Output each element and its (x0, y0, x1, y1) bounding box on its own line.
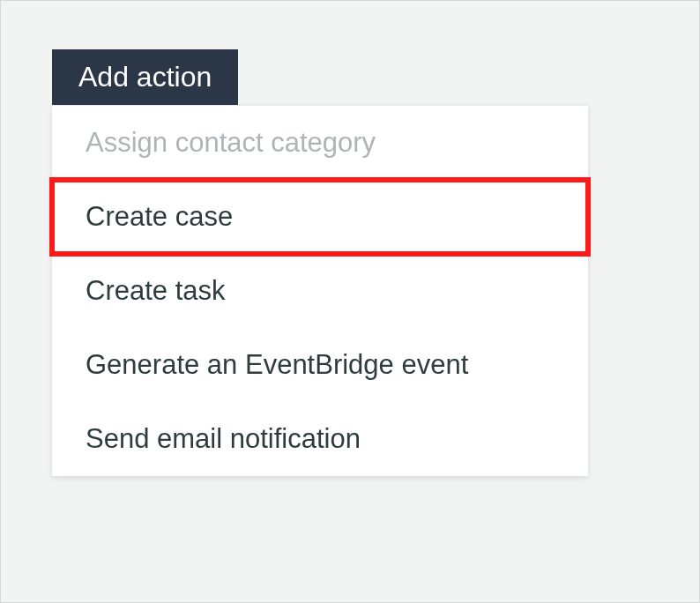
dropdown-item-create-case[interactable]: Create case (52, 180, 588, 254)
dropdown-item-generate-eventbridge-event[interactable]: Generate an EventBridge event (52, 328, 588, 402)
dropdown-item-send-email-notification[interactable]: Send email notification (52, 402, 588, 476)
action-dropdown: Assign contact category Create case Crea… (52, 105, 588, 476)
dropdown-item-label: Generate an EventBridge event (86, 349, 468, 380)
dropdown-item-label: Assign contact category (86, 127, 376, 158)
add-action-label: Add action (78, 61, 212, 93)
dropdown-item-label: Create task (86, 275, 226, 306)
dropdown-container: Add action Assign contact category Creat… (52, 49, 588, 476)
dropdown-item-assign-contact-category: Assign contact category (52, 106, 588, 180)
add-action-button[interactable]: Add action (52, 49, 238, 105)
dropdown-item-create-task[interactable]: Create task (52, 254, 588, 328)
dropdown-item-label: Send email notification (86, 423, 361, 454)
dropdown-item-label: Create case (86, 201, 233, 232)
